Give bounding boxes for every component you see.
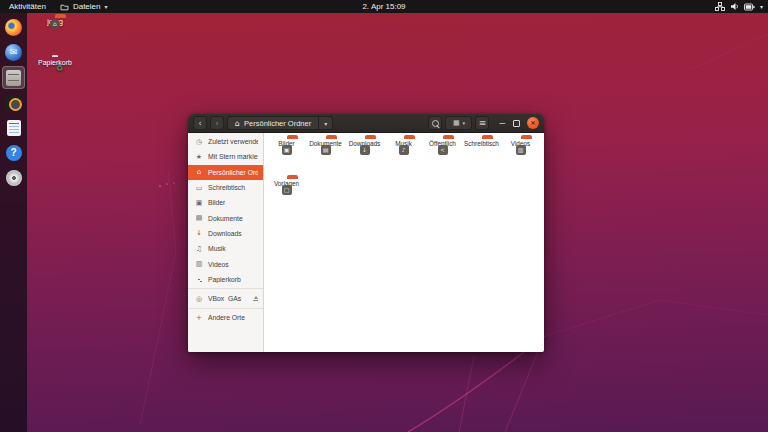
desktop-icon-label: Papierkorb: [33, 59, 77, 66]
sidebar-item-papierkorb[interactable]: Papierkorb: [188, 272, 263, 287]
battery-icon: [744, 3, 755, 11]
location-label: Persönlicher Ordner: [244, 119, 311, 128]
dock-cd-icon[interactable]: [2, 166, 25, 189]
document-emblem-icon: ▤: [321, 145, 331, 155]
sidebar-separator: [188, 288, 263, 289]
maximize-button[interactable]: [513, 120, 520, 127]
folder-downloads[interactable]: ↓ Downloads: [345, 137, 384, 174]
dock-thunderbird-icon[interactable]: [2, 41, 25, 64]
forward-button[interactable]: ›: [210, 116, 224, 130]
sidebar-item-mit-stern-markiert[interactable]: ★ Mit Stern markiert: [188, 149, 263, 164]
sidebar-item-bilder[interactable]: ▣ Bilder: [188, 195, 263, 210]
view-options-button[interactable]: ▦ ▾: [445, 116, 472, 130]
desktop-icon-joerg[interactable]: ⌂ joerg: [33, 16, 77, 25]
sidebar-item-videos[interactable]: ▥ Videos: [188, 256, 263, 271]
sidebar-item-vbox-gas[interactable]: ◎ VBox_GAs_6....: [188, 291, 263, 306]
dock-help-icon[interactable]: ?: [2, 141, 25, 164]
back-button[interactable]: ‹: [193, 116, 207, 130]
image-icon: ▣: [195, 199, 203, 207]
activities-button[interactable]: Aktivitäten: [9, 2, 46, 11]
sidebar-item-musik[interactable]: ♫ Musik: [188, 241, 263, 256]
image-emblem-icon: ▣: [282, 145, 292, 155]
folder-vorlagen[interactable]: ▢ Vorlagen: [267, 177, 306, 214]
dock: ?: [0, 13, 27, 432]
system-status-area[interactable]: ▾: [715, 2, 763, 11]
files-window: ‹ › ⌂ Persönlicher Ordner ▾ ▦ ▾ ≡ − × ◷ …: [188, 114, 544, 352]
template-emblem-icon: ▢: [282, 185, 292, 195]
home-icon: ⌂: [195, 168, 203, 176]
star-icon: ★: [195, 153, 203, 161]
download-icon: ↓: [195, 229, 203, 237]
download-emblem-icon: ↓: [360, 145, 370, 155]
home-emblem-icon: ⌂: [50, 19, 60, 29]
folder-videos[interactable]: ▥ Videos: [501, 137, 540, 174]
rhythmbox-icon: [6, 95, 22, 111]
window-header-bar[interactable]: ‹ › ⌂ Persönlicher Ordner ▾ ▦ ▾ ≡ − ×: [188, 114, 544, 133]
caret-down-icon: ▾: [760, 3, 763, 10]
document-icon: ▤: [195, 214, 203, 222]
folder-schreibtisch[interactable]: Schreibtisch: [462, 137, 501, 174]
eject-icon[interactable]: [253, 296, 258, 301]
dock-libreoffice-writer-icon[interactable]: [2, 116, 25, 139]
share-emblem-icon: <: [438, 145, 448, 155]
clock[interactable]: 2. Apr 15:09: [362, 2, 405, 11]
sidebar-item-schreibtisch[interactable]: ▭ Schreibtisch: [188, 180, 263, 195]
search-icon: [432, 120, 439, 127]
files-icon: [6, 70, 21, 86]
sidebar-item-zuletzt-verwendet[interactable]: ◷ Zuletzt verwendet: [188, 134, 263, 149]
network-icon: [715, 2, 725, 11]
clock-icon: ◷: [195, 138, 203, 146]
sidebar: ◷ Zuletzt verwendet ★ Mit Stern markiert…: [188, 133, 264, 352]
folder-musik[interactable]: ♪ Musik: [384, 137, 423, 174]
minimize-button[interactable]: −: [498, 119, 506, 128]
dock-rhythmbox-icon[interactable]: [2, 91, 25, 114]
location-dropdown-button[interactable]: ▾: [319, 116, 333, 130]
volume-icon: [730, 2, 739, 11]
music-icon: ♫: [195, 245, 203, 253]
home-icon: ⌂: [235, 119, 240, 128]
cd-disc-icon: [6, 170, 22, 186]
caret-down-icon: ▾: [463, 117, 466, 129]
music-emblem-icon: ♪: [399, 145, 409, 155]
sidebar-item-dokumente[interactable]: ▤ Dokumente: [188, 210, 263, 225]
folder-oeffentlich[interactable]: < Öffentlich: [423, 137, 462, 174]
location-button[interactable]: ⌂ Persönlicher Ordner: [227, 116, 319, 130]
menu-button[interactable]: ≡: [475, 116, 489, 130]
caret-down-icon: ▾: [104, 3, 107, 10]
sidebar-separator: [188, 308, 263, 309]
video-icon: ▥: [195, 260, 203, 268]
plus-icon: +: [195, 314, 203, 322]
search-button[interactable]: [428, 116, 442, 130]
disc-icon: ◎: [195, 295, 203, 303]
app-menu-label: Dateien: [73, 2, 101, 11]
desktop-icon-papierkorb[interactable]: ♻ Papierkorb: [33, 57, 77, 66]
close-button[interactable]: ×: [527, 117, 539, 129]
sidebar-item-andere-orte[interactable]: + Andere Orte: [188, 310, 263, 325]
firefox-icon: [5, 19, 22, 36]
sidebar-item-downloads[interactable]: ↓ Downloads: [188, 226, 263, 241]
dock-files-icon[interactable]: [2, 66, 25, 89]
desktop-icon: ▭: [195, 184, 203, 192]
dock-firefox-icon[interactable]: [2, 16, 25, 39]
video-emblem-icon: ▥: [516, 145, 526, 155]
grid-view-icon: ▦: [453, 117, 460, 129]
libreoffice-writer-icon: [7, 120, 21, 136]
file-grid[interactable]: ▣ Bilder ▤ Dokumente ↓ Downloads ♪ Musik: [264, 133, 544, 352]
folder-dokumente[interactable]: ▤ Dokumente: [306, 137, 345, 174]
folder-icon: [60, 3, 69, 11]
sidebar-item-persoenlicher-ordner[interactable]: ⌂ Persönlicher Ordner: [188, 165, 263, 180]
help-icon: ?: [6, 145, 22, 161]
top-bar: Aktivitäten Dateien ▾ 2. Apr 15:09 ▾: [0, 0, 768, 13]
folder-bilder[interactable]: ▣ Bilder: [267, 137, 306, 174]
thunderbird-icon: [5, 44, 22, 61]
app-menu-button[interactable]: Dateien ▾: [60, 2, 108, 11]
